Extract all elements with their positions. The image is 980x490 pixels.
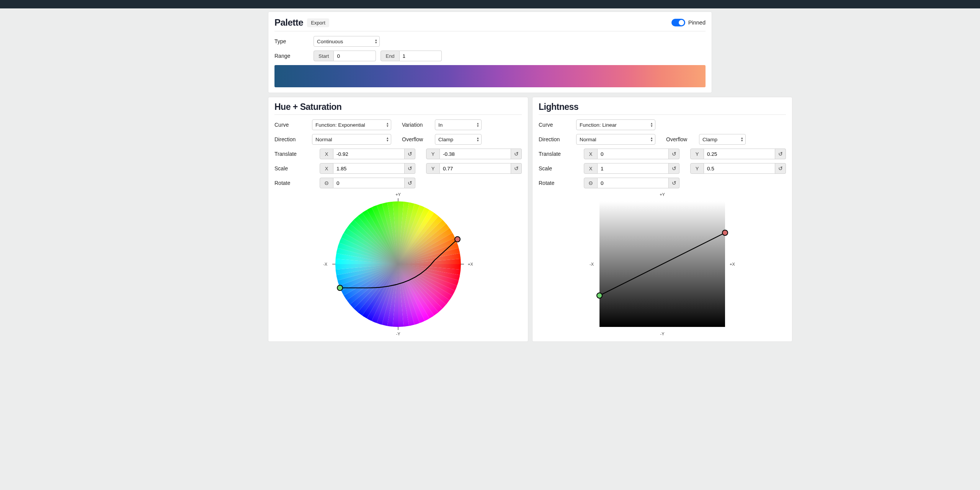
type-label: Type (274, 38, 309, 44)
hs-end-handle[interactable] (455, 237, 460, 242)
lt-ty-reset[interactable]: ↺ (775, 149, 786, 159)
lt-direction-select[interactable]: Normal (576, 134, 655, 145)
range-label: Range (274, 53, 309, 59)
lt-end-handle[interactable] (722, 230, 728, 235)
lt-sy-input[interactable] (704, 163, 775, 174)
hs-rot-reset[interactable]: ↺ (405, 178, 415, 188)
svg-point-9 (335, 201, 461, 327)
lt-overflow-select[interactable]: Clamp (699, 134, 746, 145)
export-button[interactable]: Export (307, 18, 329, 27)
pinned-label: Pinned (688, 20, 706, 26)
hs-color-wheel[interactable]: +Y -Y +X -X (323, 191, 473, 337)
hs-curve-select[interactable]: Function: Exponential (312, 119, 391, 130)
palette-card: Palette Export Pinned Type Continuous Ra… (268, 11, 712, 93)
hs-overflow-select[interactable]: Clamp (435, 134, 482, 145)
lt-translate-label: Translate (539, 151, 573, 157)
lt-rot-input[interactable] (598, 178, 669, 188)
svg-text:+X: +X (468, 262, 473, 266)
range-start-input[interactable] (334, 51, 376, 61)
hs-sx-reset[interactable]: ↺ (405, 163, 415, 174)
svg-text:-Y: -Y (660, 332, 665, 336)
lt-sx-input[interactable] (598, 163, 669, 174)
hs-variation-label: Variation (402, 122, 432, 128)
hs-sx-input[interactable] (333, 163, 405, 174)
hs-sy-reset[interactable]: ↺ (511, 163, 522, 174)
lt-direction-label: Direction (539, 136, 573, 142)
range-end-input[interactable] (400, 51, 442, 61)
hs-rotate-label: Rotate (274, 180, 309, 186)
hs-rot-input[interactable] (333, 178, 405, 188)
hs-curve-label: Curve (274, 122, 309, 128)
hs-sy-input[interactable] (440, 163, 511, 174)
lt-rot-reset[interactable]: ↺ (669, 178, 679, 188)
range-end-group: End (381, 51, 441, 61)
lt-title: Lightness (539, 102, 786, 115)
pinned-toggle[interactable] (671, 19, 685, 26)
lt-curve-select[interactable]: Function: Linear (576, 119, 655, 130)
hs-translate-label: Translate (274, 151, 309, 157)
gradient-preview (274, 65, 706, 87)
hs-ty-input[interactable] (440, 149, 511, 159)
start-addon: Start (314, 51, 334, 61)
svg-text:-X: -X (323, 262, 328, 266)
svg-text:+Y: +Y (660, 192, 665, 197)
svg-text:+Y: +Y (395, 192, 401, 197)
hs-start-handle[interactable] (337, 285, 343, 291)
lt-sx-reset[interactable]: ↺ (669, 163, 679, 174)
hs-tx-input[interactable] (333, 149, 405, 159)
range-start-group: Start (314, 51, 376, 61)
lt-tx-input[interactable] (598, 149, 669, 159)
hs-overflow-label: Overflow (402, 136, 432, 142)
svg-text:-Y: -Y (396, 332, 401, 336)
palette-title: Palette (274, 17, 303, 28)
top-bar (0, 0, 980, 8)
lt-tx-reset[interactable]: ↺ (669, 149, 679, 159)
hs-direction-label: Direction (274, 136, 309, 142)
end-addon: End (381, 51, 399, 61)
hs-direction-select[interactable]: Normal (312, 134, 391, 145)
hs-scale-label: Scale (274, 165, 309, 172)
type-select[interactable]: Continuous (314, 36, 380, 47)
svg-text:+X: +X (730, 262, 735, 266)
lt-gradient-plot[interactable]: +Y -Y +X -X (588, 191, 737, 337)
lt-overflow-label: Overflow (666, 136, 696, 142)
hs-ty-reset[interactable]: ↺ (511, 149, 522, 159)
lt-scale-label: Scale (539, 165, 573, 172)
lt-sy-reset[interactable]: ↺ (775, 163, 786, 174)
lt-start-handle[interactable] (597, 293, 602, 298)
hs-variation-select[interactable]: In (435, 119, 482, 130)
lt-rotate-label: Rotate (539, 180, 573, 186)
hue-saturation-panel: Hue + Saturation Curve Function: Exponen… (268, 97, 528, 342)
lt-ty-input[interactable] (704, 149, 775, 159)
hs-tx-reset[interactable]: ↺ (405, 149, 415, 159)
hs-title: Hue + Saturation (274, 102, 522, 115)
svg-text:-X: -X (590, 262, 594, 266)
lightness-panel: Lightness Curve Function: Linear Directi… (532, 97, 792, 342)
lt-curve-label: Curve (539, 122, 573, 128)
